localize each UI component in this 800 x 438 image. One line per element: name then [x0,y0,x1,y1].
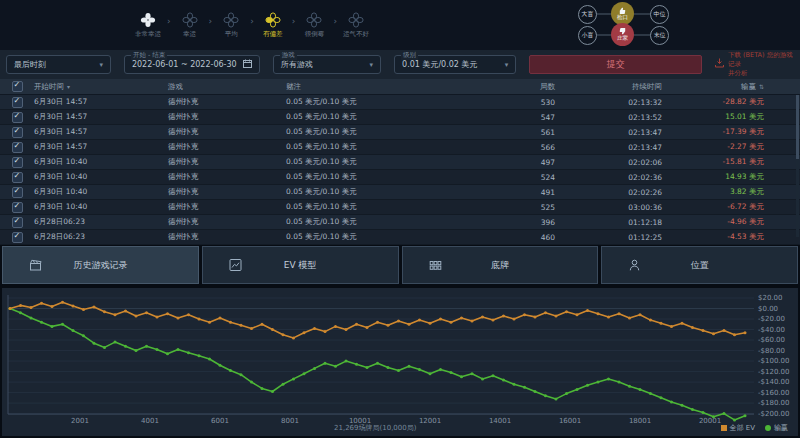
luck-item-0[interactable]: 非常幸运 [130,12,166,39]
sessions-table: 开始时间▾ 游戏 赌注 局数 持续时间 输赢⇅ 6月30日 14:57德州扑克0… [0,79,800,243]
legend-全部 EV[interactable]: 全部 EV [721,423,755,433]
cell-start-time: 6月30日 10:40 [34,202,168,212]
table-body: 6月30日 14:57德州扑克0.05 美元/0.10 美元53002:13:3… [0,95,800,245]
cell-game: 德州扑克 [168,232,286,242]
luck-item-label: 有偏差 [263,30,283,39]
legend-swatch [721,425,727,431]
cell-game: 德州扑克 [168,172,286,182]
svg-text:12001: 12001 [419,417,441,425]
header-hands[interactable]: 局数 [470,82,555,92]
sort-select[interactable]: 最后时刻 ▾ [6,55,111,74]
row-checkbox[interactable] [0,142,34,153]
stakes-select-label: 级别 [401,51,418,60]
stakes-select-value: 0.01 美元/0.02 美元 [402,59,477,70]
checkbox-icon [12,112,23,123]
cell-stakes: 0.05 美元/0.10 美元 [286,172,470,182]
scrollbar-thumb[interactable] [796,95,799,159]
chart-footnote: 21,269场牌局(10,000局) [334,423,416,433]
legend-label: 全部 EV [730,423,755,433]
row-checkbox[interactable] [0,112,34,123]
luck-item-3[interactable]: 有偏差 [255,12,291,39]
cell-hands: 561 [470,128,555,137]
date-range-value: 2022-06-01 ~ 2022-06-30 [132,60,237,69]
date-range-field[interactable]: 开始 - 结束 2022-06-01 ~ 2022-06-30 [124,55,260,74]
filter-bar: 最后时刻 ▾ 开始 - 结束 2022-06-01 ~ 2022-06-30 游… [0,50,800,79]
tab-底牌[interactable]: 底牌 [402,246,599,284]
table-header-row: 开始时间▾ 游戏 赌注 局数 持续时间 输赢⇅ [0,79,800,95]
clover-icon [306,12,322,28]
table-row[interactable]: 6月28日06:23德州扑克0.05 美元/0.10 美元39601:12:18… [0,215,800,230]
position-末位[interactable]: 末位 [650,26,669,45]
header-stakes[interactable]: 赌注 [286,82,470,92]
legend-swatch [765,425,771,431]
svg-text:-$140.00: -$140.00 [758,378,789,386]
table-row[interactable]: 6月30日 14:57德州扑克0.05 美元/0.10 美元56602:13:4… [0,140,800,155]
svg-text:4001: 4001 [141,417,159,425]
cell-game: 德州扑克 [168,202,286,212]
svg-text:-$80.00: -$80.00 [758,347,785,355]
table-row[interactable]: 6月30日 14:57德州扑克0.05 美元/0.10 美元54702:13:5… [0,110,800,125]
svg-text:-$160.00: -$160.00 [758,389,789,397]
luck-item-4[interactable]: 很倒霉 [296,12,332,39]
download-link[interactable]: 下载 (BETA) 您的游戏记录 并分析 [715,51,794,78]
row-checkbox[interactable] [0,172,34,183]
cell-result: -4.96 美元 [662,217,800,227]
submit-button[interactable]: 提交 [529,55,702,74]
stakes-select[interactable]: 级别 0.01 美元/0.02 美元 ▾ [394,55,516,74]
position-小盲[interactable]: 小盲 [578,26,597,45]
cell-start-time: 6月30日 14:57 [34,97,168,107]
cell-start-time: 6月30日 10:40 [34,172,168,182]
tab-位置[interactable]: 位置 [601,246,798,284]
cell-game: 德州扑克 [168,142,286,152]
luck-item-2[interactable]: 平均 [213,12,249,39]
cell-duration: 03:00:36 [555,203,662,212]
header-result[interactable]: 输赢⇅ [662,82,800,92]
position-中位[interactable]: 中位 [650,5,669,24]
row-checkbox[interactable] [0,157,34,168]
luck-item-1[interactable]: 幸运 [172,12,208,39]
row-checkbox[interactable] [0,232,34,243]
svg-text:-$100.00: -$100.00 [758,357,789,365]
cell-game: 德州扑克 [168,187,286,197]
tab-EV 模型[interactable]: EV 模型 [202,246,399,284]
game-select[interactable]: 游戏 所有游戏 ▾ [273,55,381,74]
cell-hands: 547 [470,113,555,122]
cell-duration: 01:12:18 [555,218,662,227]
top-nav: 非常幸运› 幸运› 平均› 有偏差› 很倒霉› 运气不好 大盲枪口中位小盲庄家末… [0,0,800,50]
header-duration[interactable]: 持续时间 [555,82,662,92]
position-枪口[interactable]: 枪口 [611,2,634,25]
tab-历史游戏记录[interactable]: 历史游戏记录 [2,246,199,284]
luck-scale: 非常幸运› 幸运› 平均› 有偏差› 很倒霉› 运气不好 [130,12,374,39]
cell-result: -15.81 美元 [662,157,800,167]
position-label: 庄家 [617,36,628,42]
page: 非常幸运› 幸运› 平均› 有偏差› 很倒霉› 运气不好 大盲枪口中位小盲庄家末… [0,0,800,438]
header-start-time[interactable]: 开始时间▾ [34,82,168,92]
tab-label: 底牌 [491,259,509,272]
tab-label: 历史游戏记录 [73,259,127,272]
row-checkbox[interactable] [0,202,34,213]
luck-item-5[interactable]: 运气不好 [338,12,374,39]
table-row[interactable]: 6月30日 14:57德州扑克0.05 美元/0.10 美元56102:13:4… [0,125,800,140]
cell-start-time: 6月30日 14:57 [34,112,168,122]
select-all-checkbox[interactable] [0,81,34,92]
table-row[interactable]: 6月30日 10:40德州扑克0.05 美元/0.10 美元52503:00:3… [0,200,800,215]
table-row[interactable]: 6月30日 10:40德州扑克0.05 美元/0.10 美元49702:02:0… [0,155,800,170]
table-scrollbar[interactable] [796,95,799,237]
legend-输赢[interactable]: 输赢 [765,423,788,433]
cell-result: 15.01 美元 [662,112,800,122]
table-row[interactable]: 6月30日 10:40德州扑克0.05 美元/0.10 美元52402:02:3… [0,170,800,185]
cell-hands: 525 [470,203,555,212]
header-game[interactable]: 游戏 [168,82,286,92]
table-row[interactable]: 6月30日 14:57德州扑克0.05 美元/0.10 美元53002:13:3… [0,95,800,110]
row-checkbox[interactable] [0,127,34,138]
ev-chart-panel: $20.00$0.00-$20.00-$40.00-$60.00-$80.00-… [2,288,798,436]
position-庄家[interactable]: 庄家 [611,23,634,46]
row-checkbox[interactable] [0,187,34,198]
row-checkbox[interactable] [0,217,34,228]
table-row[interactable]: 6月30日 10:40德州扑克0.05 美元/0.10 美元49102:02:2… [0,185,800,200]
table-row[interactable]: 6月28日06:23德州扑克0.05 美元/0.10 美元46001:12:25… [0,230,800,245]
sort-desc-icon: ▾ [67,83,70,90]
position-大盲[interactable]: 大盲 [578,5,597,24]
cell-duration: 02:13:47 [555,128,662,137]
row-checkbox[interactable] [0,97,34,108]
